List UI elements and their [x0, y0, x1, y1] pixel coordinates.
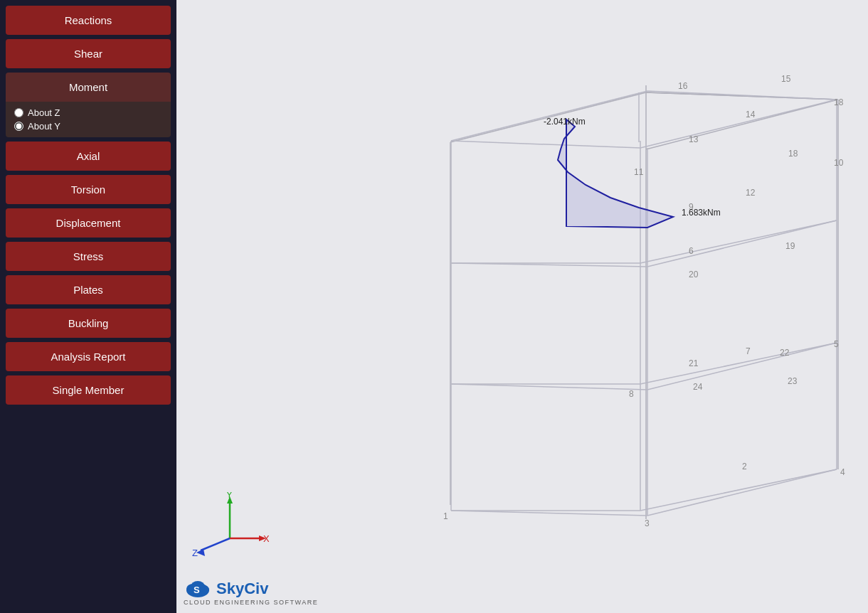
- brand-name: SkyCiv: [216, 580, 268, 598]
- axial-button[interactable]: Axial: [6, 142, 171, 171]
- svg-text:2: 2: [742, 462, 747, 471]
- branding-area: S SkyCiv CLOUD ENGINEERING SOFTWARE: [184, 577, 318, 606]
- moment-radio-group: About Z About Y: [6, 102, 171, 137]
- svg-text:20: 20: [689, 270, 699, 279]
- svg-text:18: 18: [834, 97, 844, 107]
- structure-canvas[interactable]: 1 2 4 3 8 6 7 5 9 11 12 10 13 14 16 15 1…: [176, 0, 868, 613]
- svg-text:14: 14: [746, 110, 756, 119]
- svg-text:22: 22: [780, 348, 790, 358]
- buckling-button[interactable]: Buckling: [6, 309, 171, 338]
- svg-text:11: 11: [634, 167, 644, 177]
- svg-text:8: 8: [629, 389, 634, 399]
- svg-line-60: [201, 538, 230, 550]
- about-z-radio[interactable]: [14, 108, 23, 117]
- svg-text:15: 15: [781, 74, 791, 84]
- displacement-button[interactable]: Displacement: [6, 208, 171, 238]
- svg-text:19: 19: [785, 241, 795, 251]
- moment-button[interactable]: Moment: [6, 73, 171, 102]
- svg-text:16: 16: [678, 81, 688, 91]
- svg-text:24: 24: [693, 382, 703, 392]
- torsion-button[interactable]: Torsion: [6, 175, 171, 204]
- reactions-button[interactable]: Reactions: [6, 6, 171, 35]
- svg-text:18: 18: [788, 149, 798, 159]
- about-z-text: About Z: [28, 107, 60, 118]
- svg-rect-0: [176, 0, 868, 613]
- moment-section: Moment About Z About Y: [6, 73, 171, 137]
- about-z-label[interactable]: About Z: [14, 107, 162, 118]
- svg-text:7: 7: [746, 346, 751, 356]
- z-axis-label: Z: [192, 548, 198, 556]
- x-axis-label: X: [263, 533, 269, 544]
- svg-text:21: 21: [689, 358, 699, 368]
- sidebar: Reactions Shear Moment About Z About Y A…: [0, 0, 176, 613]
- svg-text:23: 23: [788, 376, 798, 386]
- about-y-radio[interactable]: [14, 122, 23, 131]
- moment-label-2: 1.683kNm: [682, 208, 721, 218]
- svg-text:6: 6: [689, 246, 694, 256]
- about-y-label[interactable]: About Y: [14, 121, 162, 132]
- analysis-report-button[interactable]: Analysis Report: [6, 342, 171, 371]
- skyciv-cloud-icon: S: [184, 577, 212, 600]
- svg-text:13: 13: [689, 134, 699, 144]
- brand-tagline: CLOUD ENGINEERING SOFTWARE: [184, 599, 318, 606]
- skyciv-logo: S SkyCiv: [184, 577, 268, 600]
- single-member-button[interactable]: Single Member: [6, 375, 171, 405]
- svg-text:5: 5: [834, 339, 839, 349]
- shear-button[interactable]: Shear: [6, 39, 171, 68]
- svg-text:12: 12: [746, 188, 756, 198]
- svg-text:3: 3: [645, 518, 650, 528]
- svg-text:1: 1: [443, 511, 448, 521]
- svg-text:4: 4: [840, 467, 845, 477]
- axes-indicator: Y X Z: [191, 492, 269, 556]
- moment-label-1: -2.041kNm: [544, 117, 586, 127]
- svg-text:10: 10: [834, 158, 844, 168]
- stress-button[interactable]: Stress: [6, 242, 171, 271]
- y-axis-label: Y: [226, 492, 233, 500]
- plates-button[interactable]: Plates: [6, 275, 171, 304]
- svg-text:S: S: [194, 585, 200, 595]
- about-y-text: About Y: [28, 121, 60, 132]
- main-canvas-area: 1 2 4 3 8 6 7 5 9 11 12 10 13 14 16 15 1…: [176, 0, 868, 613]
